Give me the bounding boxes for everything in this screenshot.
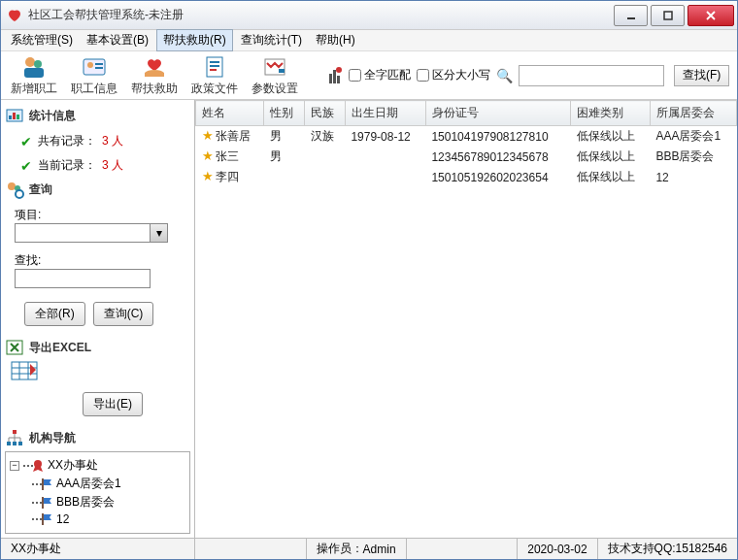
star-icon: ★ (202, 128, 214, 143)
magnifier-icon: 🔍 (496, 68, 513, 83)
current-records: ✔ 当前记录： 3 人 (20, 157, 190, 174)
svg-rect-4 (24, 68, 44, 78)
svg-rect-37 (42, 478, 44, 490)
svg-rect-17 (337, 76, 340, 83)
export-header: 导出EXCEL (5, 338, 190, 357)
table-row[interactable]: ★张善居男汉族1979-08-12150104197908127810低保线以上… (196, 126, 737, 148)
org-tree: − ⋯ XX办事处 ⋯ AAA居委会1 ⋯ BBB居委会 (5, 451, 190, 534)
tree-child[interactable]: ⋯ AAA居委会1 (31, 475, 185, 493)
col-birth[interactable]: 出生日期 (345, 101, 425, 126)
menu-basic[interactable]: 基本设置(B) (81, 30, 154, 50)
case-sensitive-checkbox[interactable]: 区分大小写 (417, 67, 490, 83)
policy-docs-button[interactable]: 政策文件 (187, 53, 242, 97)
svg-rect-15 (329, 74, 332, 83)
status-support: 技术支持QQ:15182546 (598, 539, 737, 559)
svg-rect-35 (18, 442, 22, 445)
stats-header: 统计信息 (5, 106, 190, 125)
svg-rect-38 (42, 497, 44, 509)
aid-button[interactable]: 帮扶救助 (127, 53, 182, 97)
svg-rect-1 (664, 12, 672, 19)
table-row[interactable]: ★张三男123456789012345678低保线以上BBB居委会 (196, 147, 737, 167)
project-label: 项目: (15, 207, 190, 223)
statusbar: XX办事处 操作员：Admin 2020-03-02 技术支持QQ:151825… (1, 538, 737, 559)
data-table: 姓名 性别 民族 出生日期 身份证号 困难类别 所属居委会 ★张善居男汉族197… (195, 100, 737, 187)
project-combo[interactable] (15, 223, 151, 243)
search-input[interactable] (519, 65, 664, 86)
svg-rect-14 (279, 69, 285, 73)
total-records: ✔ 共有记录： 3 人 (20, 133, 190, 149)
menu-system[interactable]: 系统管理(S) (5, 30, 79, 50)
svg-point-2 (25, 57, 35, 67)
star-icon: ★ (202, 148, 214, 163)
employee-info-button[interactable]: 职工信息 (67, 53, 121, 97)
menu-query[interactable]: 查询统计(T) (235, 30, 308, 50)
svg-rect-34 (13, 442, 17, 445)
full-match-checkbox[interactable]: 全字匹配 (349, 67, 411, 83)
params-label: 参数设置 (252, 81, 298, 97)
minimize-button[interactable] (614, 5, 648, 26)
menubar: 系统管理(S) 基本设置(B) 帮扶救助(R) 查询统计(T) 帮助(H) (1, 30, 737, 51)
policy-docs-label: 政策文件 (191, 81, 238, 97)
tree-child[interactable]: ⋯ BBB居委会 (31, 493, 185, 511)
status-date: 2020-03-02 (518, 539, 597, 559)
svg-rect-32 (13, 430, 17, 434)
svg-point-23 (8, 182, 16, 190)
status-operator: 操作员：Admin (307, 539, 407, 559)
sidebar-search-input[interactable] (15, 269, 151, 288)
svg-rect-7 (95, 63, 103, 65)
collapse-icon[interactable]: − (10, 461, 19, 471)
svg-point-25 (16, 190, 23, 198)
export-button[interactable]: 导出(E) (83, 392, 143, 416)
titlebar: 社区工会帮扶管理系统-未注册 (1, 1, 737, 30)
maximize-button[interactable] (651, 5, 685, 26)
svg-rect-21 (13, 113, 16, 119)
all-button[interactable]: 全部(R) (24, 302, 85, 326)
spreadsheet-icon (11, 361, 38, 380)
project-dropdown-button[interactable]: ▾ (151, 223, 168, 243)
new-employee-label: 新增职工 (11, 81, 57, 97)
svg-rect-16 (333, 70, 336, 83)
toolbar: 新增职工 职工信息 帮扶救助 政策文件 参数设置 全字匹配 区分大小写 🔍 查找… (1, 51, 737, 100)
check-icon: ✔ (20, 158, 32, 174)
table-row[interactable]: ★李四150105192602023654低保线以上12 (196, 167, 737, 187)
col-name[interactable]: 姓名 (196, 101, 264, 126)
nav-header: 机构导航 (5, 428, 190, 447)
employee-info-label: 职工信息 (71, 81, 117, 97)
excel-icon (5, 338, 24, 357)
flag-icon (40, 512, 53, 526)
tree-root[interactable]: − ⋯ XX办事处 (10, 456, 185, 475)
svg-rect-0 (627, 17, 635, 19)
people-add-icon (20, 53, 48, 81)
tree-child[interactable]: ⋯ 12 (31, 511, 185, 527)
svg-rect-10 (210, 61, 219, 63)
params-button[interactable]: 参数设置 (248, 53, 302, 97)
menu-aid[interactable]: 帮扶救助(R) (156, 29, 233, 51)
col-committee[interactable]: 所属居委会 (650, 101, 736, 126)
people-search-icon (5, 180, 24, 199)
close-button[interactable] (688, 5, 734, 26)
svg-rect-11 (210, 65, 219, 67)
query-button[interactable]: 查询(C) (93, 302, 154, 326)
window-title: 社区工会帮扶管理系统-未注册 (28, 7, 184, 23)
document-icon (201, 53, 228, 81)
check-icon: ✔ (20, 134, 32, 149)
flag-icon (40, 496, 53, 510)
flag-icon (40, 478, 53, 491)
menu-help[interactable]: 帮助(H) (310, 30, 361, 50)
id-card-icon (81, 53, 108, 81)
aid-label: 帮扶救助 (131, 81, 178, 97)
svg-rect-22 (17, 115, 19, 119)
new-employee-button[interactable]: 新增职工 (7, 53, 61, 97)
svg-point-36 (34, 460, 42, 468)
rosette-icon (31, 459, 45, 473)
find-button[interactable]: 查找(F) (674, 65, 729, 86)
sidebar: 统计信息 ✔ 共有记录： 3 人 ✔ 当前记录： 3 人 查询 项目: ▾ (1, 100, 195, 538)
col-category[interactable]: 困难类别 (571, 101, 650, 126)
col-ethnic[interactable]: 民族 (305, 101, 346, 126)
col-id[interactable]: 身份证号 (425, 101, 571, 126)
star-icon: ★ (202, 169, 214, 183)
svg-rect-20 (9, 115, 12, 119)
col-gender[interactable]: 性别 (264, 101, 305, 126)
query-header: 查询 (5, 180, 190, 199)
config-icon[interactable] (327, 66, 343, 85)
